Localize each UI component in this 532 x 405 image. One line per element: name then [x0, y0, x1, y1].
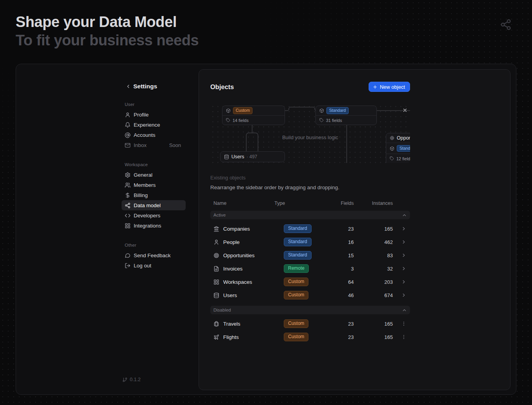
object-name: Invoices [223, 266, 243, 272]
column-fields: Fields [330, 201, 354, 206]
new-object-label: New object [380, 84, 405, 90]
hero-subtitle: To fit your business needs [16, 32, 199, 49]
sidebar-item-label: Members [134, 182, 156, 188]
object-row-people[interactable]: PeopleStandard16462 [210, 235, 410, 249]
instances-count: 32 [354, 266, 393, 272]
type-badge: Standard [284, 238, 312, 246]
object-row-travels[interactable]: TravelsCustom23165 [210, 317, 410, 330]
app-version: 0.1.2 [122, 377, 141, 382]
sidebar-item-billing[interactable]: Billing [122, 190, 186, 200]
box-icon [226, 108, 231, 113]
column-name: Name [210, 201, 274, 206]
instances-count: 203 [354, 279, 393, 285]
sidebar-item-members[interactable]: Members [122, 180, 186, 190]
chevron-up-icon [402, 308, 407, 313]
close-icon[interactable] [402, 108, 408, 113]
sidebar-item-inbox[interactable]: InboxSoon [122, 140, 186, 150]
invoice-icon [213, 266, 219, 272]
sidebar-item-profile[interactable]: Profile [122, 109, 186, 120]
chevron-up-icon [402, 213, 407, 218]
object-name: Opportunities [223, 253, 254, 258]
column-instances: Instances [354, 201, 393, 206]
sidebar-item-experience[interactable]: Experience [122, 120, 186, 130]
new-object-button[interactable]: New object [369, 82, 410, 92]
gear-icon [125, 172, 131, 178]
node-name: Users [231, 154, 244, 159]
sidebar-item-data-model[interactable]: Data model [122, 200, 186, 210]
canvas-caption: Build your business logic [210, 134, 410, 140]
object-row-workspaces[interactable]: WorkspacesCustom64203 [210, 275, 410, 289]
canvas-node-opportunities[interactable]: Opportunities Standard 12 fields [386, 133, 410, 163]
sidebar-item-send-feedback[interactable]: Send Feedback [122, 250, 186, 260]
type-badge: Standard [284, 224, 312, 233]
type-badge: Standard [397, 145, 410, 152]
chevron-right-icon[interactable] [401, 239, 407, 245]
sidebar-item-label: Inbox [134, 142, 147, 148]
at-sign-icon [125, 132, 131, 138]
row-menu-icon[interactable] [401, 334, 407, 340]
type-badge: Custom [284, 319, 308, 328]
fields-count: 14 fields [233, 118, 249, 123]
object-row-users[interactable]: UsersCustom46674 [210, 289, 410, 302]
object-name: Companies [223, 226, 250, 232]
chevron-right-icon[interactable] [401, 279, 407, 285]
nav-section: UserProfileExperienceAccountsInboxSoon [122, 101, 186, 150]
mail-icon [125, 142, 131, 148]
sidebar-item-label: Integrations [134, 223, 161, 229]
instances-count: 83 [354, 253, 393, 258]
canvas-node-custom[interactable]: Custom 14 fields [222, 106, 285, 125]
tag-icon [319, 118, 324, 122]
data-model-logo-icon [500, 19, 512, 30]
fields-count: 16 [330, 239, 354, 245]
group-header-disabled[interactable]: Disabled [210, 306, 410, 314]
page-title: Objects [210, 83, 234, 91]
box-icon [319, 108, 324, 113]
instances-count: 165 [354, 321, 393, 327]
instances-count: 462 [354, 239, 393, 245]
settings-window: Settings UserProfileExperienceAccountsIn… [16, 64, 516, 395]
sidebar-item-developers[interactable]: Developers [122, 210, 186, 220]
canvas-node-users[interactable]: Users · 497 [220, 151, 285, 162]
sidebar-item-label: Billing [134, 192, 148, 198]
user-icon [125, 112, 131, 118]
objects-table: ActiveCompaniesStandard23165PeopleStanda… [210, 211, 410, 344]
soon-badge: Soon [169, 142, 186, 148]
object-row-flights[interactable]: FlightsCustom23165 [210, 330, 410, 344]
object-name: People [223, 239, 240, 245]
sidebar-item-integrations[interactable]: Integrations [122, 220, 186, 231]
sidebar-item-accounts[interactable]: Accounts [122, 130, 186, 140]
instances-count: 165 [354, 334, 393, 340]
members-icon [125, 182, 131, 188]
sidebar-item-label: Data model [134, 202, 161, 208]
blocks-icon [125, 223, 131, 229]
hero: Shape your Data Model To fit your busine… [16, 13, 199, 49]
fields-count: 31 fields [326, 118, 342, 123]
sidebar-item-general[interactable]: General [122, 170, 186, 180]
nav-section-label: User [122, 101, 186, 108]
settings-sidebar: Settings UserProfileExperienceAccountsIn… [122, 81, 186, 281]
object-row-invoices[interactable]: InvoicesRemote332 [210, 262, 410, 275]
table-header: Name Type Fields Instances [210, 200, 410, 207]
object-row-companies[interactable]: CompaniesStandard23165 [210, 222, 410, 235]
canvas-node-standard[interactable]: Standard 31 fields [315, 106, 377, 125]
object-name: Users [223, 292, 237, 298]
luggage-icon [213, 321, 219, 327]
chevron-right-icon[interactable] [401, 226, 407, 231]
sidebar-item-log-out[interactable]: Log out [122, 260, 186, 271]
object-row-opportunities[interactable]: OpportunitiesStandard1583 [210, 249, 410, 262]
chevron-right-icon[interactable] [401, 253, 407, 258]
row-menu-icon[interactable] [401, 321, 407, 326]
logout-icon [125, 263, 131, 269]
data-model-canvas[interactable]: Build your business logic Custom 14 fiel… [210, 104, 410, 163]
group-header-active[interactable]: Active [210, 211, 410, 219]
type-badge: Standard [284, 251, 312, 260]
settings-back-button[interactable]: Settings [122, 81, 186, 91]
chevron-right-icon[interactable] [401, 292, 407, 298]
object-name: Travels [223, 321, 240, 327]
instances-count: 165 [354, 226, 393, 232]
column-type: Type [274, 201, 330, 206]
chevron-right-icon[interactable] [401, 266, 407, 271]
person-icon [213, 239, 219, 245]
type-badge: Standard [326, 107, 349, 114]
sidebar-item-label: Log out [134, 263, 151, 269]
